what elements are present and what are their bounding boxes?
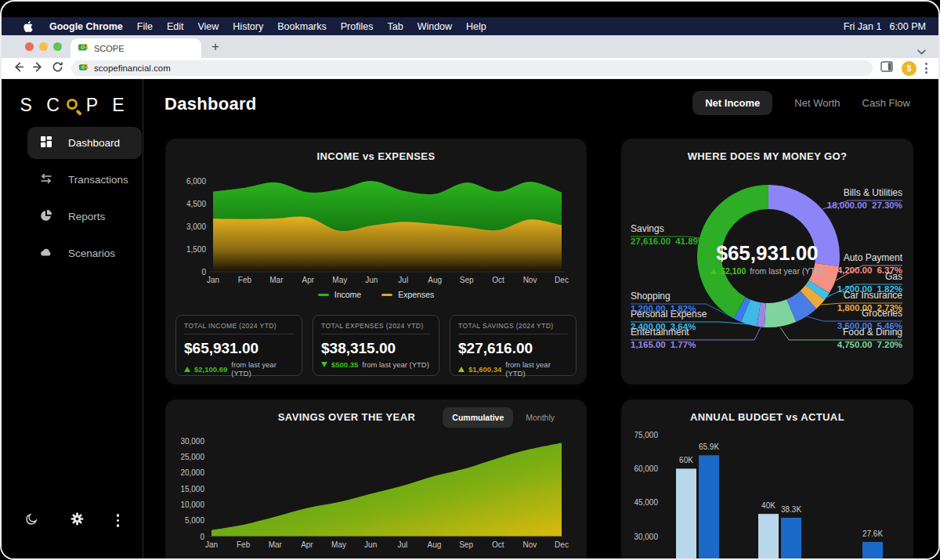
- card-amount: $27,616.00: [458, 334, 568, 360]
- slice-name: Car Insurance: [837, 291, 902, 301]
- down-triangle-icon: [321, 362, 327, 367]
- income-vs-expenses-panel: INCOME vs EXPENSES 6,0004,5003,0001,5000…: [165, 139, 587, 385]
- address-bar[interactable]: scopefinancial.com: [71, 60, 873, 76]
- svg-text:Apr: Apr: [302, 276, 315, 284]
- menu-item-edit[interactable]: Edit: [160, 21, 191, 32]
- tab-net-worth[interactable]: Net Worth: [794, 97, 840, 109]
- dark-mode-moon-icon[interactable]: [25, 512, 38, 529]
- donut-label-savings: Savings27,616.0041.89%: [631, 224, 706, 247]
- card-delta: $2,100.69from last year (YTD): [184, 360, 294, 378]
- slice-values: 2,400.003.64%: [631, 322, 707, 332]
- url-text: scopefinancial.com: [94, 63, 171, 73]
- svg-text:Oct: Oct: [492, 540, 504, 549]
- sidebar: S C P E DashboardTransactionsReportsScen…: [2, 79, 143, 558]
- card-label: TOTAL INCOME (2024 YTD): [184, 322, 294, 334]
- svg-text:75,000: 75,000: [634, 431, 658, 439]
- sidebar-more-icon[interactable]: [117, 514, 120, 527]
- browser-menu-icon[interactable]: [925, 63, 927, 74]
- screen: Google ChromeFileEditViewHistoryBookmark…: [0, 0, 940, 560]
- sidebar-item-reports[interactable]: Reports: [27, 201, 142, 233]
- clock-date: Fri Jan 1: [844, 21, 882, 32]
- menu-item-profiles[interactable]: Profiles: [334, 21, 381, 32]
- svg-text:Jul: Jul: [397, 540, 407, 549]
- up-triangle-icon: [184, 367, 190, 372]
- menu-item-view[interactable]: View: [190, 21, 226, 32]
- menu-item-file[interactable]: File: [130, 21, 160, 32]
- profile-avatar[interactable]: $: [902, 61, 916, 76]
- new-tab-button[interactable]: +: [206, 38, 225, 56]
- svg-text:May: May: [331, 540, 346, 549]
- sidebar-item-transactions[interactable]: Transactions: [27, 164, 142, 196]
- settings-gear-icon[interactable]: [70, 512, 84, 529]
- svg-text:65.9K: 65.9K: [699, 443, 719, 451]
- tab-cash-flow[interactable]: Cash Flow: [862, 97, 910, 109]
- apple-logo-icon[interactable]: [24, 21, 33, 32]
- slice-name: Savings: [631, 224, 706, 234]
- svg-text:Feb: Feb: [237, 540, 251, 549]
- main-area: Dashboard Net IncomeNet WorthCash Flow I…: [143, 79, 938, 558]
- svg-text:Sep: Sep: [460, 276, 474, 284]
- window-controls: [25, 42, 62, 51]
- svg-text:Jan: Jan: [207, 276, 219, 284]
- donut-label-bills-utilities: Bills & Utilities18,000.0027.30%: [827, 188, 902, 211]
- browser-tab[interactable]: SCOPE: [70, 38, 201, 58]
- legend-swatch: [318, 294, 329, 296]
- menu-item-window[interactable]: Window: [410, 21, 459, 32]
- side-panel-icon[interactable]: [880, 61, 893, 75]
- card-amount: $65,931.00: [184, 334, 294, 360]
- svg-text:Aug: Aug: [428, 276, 442, 284]
- donut-delta-text: from last year (YTD): [750, 266, 824, 276]
- legend-income: Income: [318, 290, 361, 299]
- summary-cards: TOTAL INCOME (2024 YTD)$65,931.00$2,100.…: [175, 315, 577, 376]
- menu-item-tab[interactable]: Tab: [380, 21, 410, 32]
- tab-overflow-chevron-icon[interactable]: [917, 44, 926, 58]
- clock-time: 6:00 PM: [889, 21, 926, 32]
- maximize-window-button[interactable]: [53, 42, 62, 51]
- sidebar-item-dashboard[interactable]: Dashboard: [27, 127, 142, 159]
- back-button[interactable]: [13, 61, 24, 76]
- svg-text:Oct: Oct: [492, 276, 504, 284]
- logo-letters-left: S C: [20, 95, 64, 116]
- svg-text:Nov: Nov: [523, 276, 537, 284]
- sidebar-item-label: Reports: [68, 211, 105, 222]
- donut-label-food-dining: Food & Dining4,750.007.20%: [837, 327, 902, 350]
- budget-vs-actual-panel: ANNUAL BUDGET vs ACTUAL 75,00060,00045,0…: [621, 399, 913, 560]
- svg-text:1,500: 1,500: [186, 245, 206, 254]
- menu-item-google-chrome[interactable]: Google Chrome: [42, 21, 130, 32]
- svg-text:Dec: Dec: [555, 276, 569, 284]
- sidebar-item-label: Dashboard: [68, 137, 120, 149]
- svg-text:Sep: Sep: [459, 540, 473, 549]
- minimize-window-button[interactable]: [39, 42, 48, 51]
- svg-text:20,000: 20,000: [180, 468, 204, 477]
- svg-text:4,500: 4,500: [186, 200, 206, 208]
- sidebar-item-scenarios[interactable]: Scenarios: [27, 237, 142, 269]
- svg-text:Aug: Aug: [428, 540, 442, 549]
- svg-text:Jun: Jun: [365, 276, 378, 284]
- close-window-button[interactable]: [25, 42, 34, 51]
- card-delta: $500.35from last year (YTD): [321, 360, 431, 369]
- magnifier-icon: [67, 99, 81, 113]
- logo-letters-right: P E: [86, 95, 129, 116]
- summary-card: TOTAL INCOME (2024 YTD)$65,931.00$2,100.…: [175, 315, 302, 376]
- savings-area-chart: 30,00025,00020,00015,00010,0005,0000JanF…: [165, 399, 587, 560]
- tab-title: SCOPE: [94, 44, 125, 53]
- up-triangle-icon: [710, 269, 717, 274]
- svg-text:60K: 60K: [679, 456, 693, 464]
- donut-delta-value: $2,100: [721, 266, 746, 276]
- slice-name: Shopping: [631, 291, 696, 302]
- svg-text:Apr: Apr: [301, 540, 313, 549]
- reload-button[interactable]: [52, 61, 63, 76]
- sidebar-item-label: Transactions: [68, 174, 128, 186]
- svg-text:May: May: [332, 276, 347, 284]
- page-content: S C P E DashboardTransactionsReportsScen…: [2, 79, 938, 558]
- menu-item-help[interactable]: Help: [459, 21, 494, 32]
- slice-name: Gas: [837, 272, 902, 282]
- savings-over-year-panel: SAVINGS OVER THE YEAR CummulativeMonthly…: [165, 399, 587, 560]
- tab-net-income[interactable]: Net Income: [692, 91, 772, 115]
- svg-text:Feb: Feb: [238, 276, 252, 284]
- menu-item-history[interactable]: History: [226, 21, 270, 32]
- forward-button[interactable]: [32, 61, 44, 76]
- menu-item-bookmarks[interactable]: Bookmarks: [270, 21, 334, 32]
- budget-bar-chart: 75,00060,00045,00030,00060K65.9K40K38.3K…: [621, 399, 913, 560]
- svg-text:Jan: Jan: [205, 540, 218, 549]
